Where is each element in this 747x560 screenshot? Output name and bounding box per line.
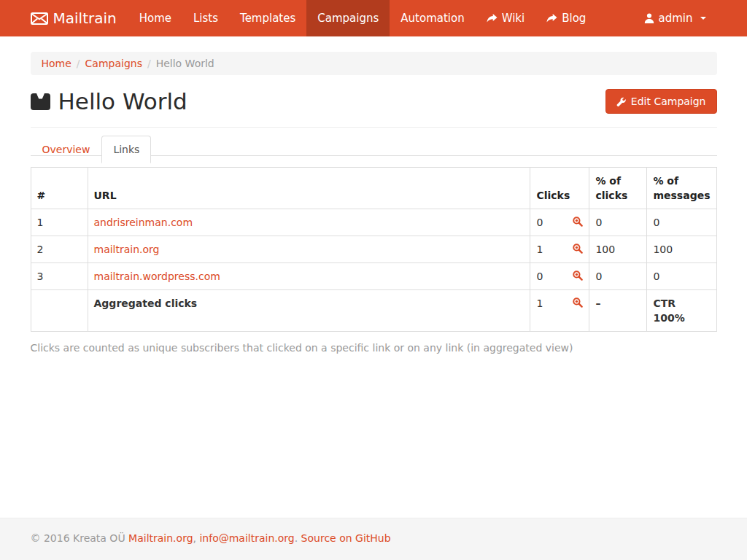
breadcrumb-current: Hello World [156, 58, 214, 69]
aggregated-ctr: CTR 100% [653, 298, 684, 324]
nav-item-home[interactable]: Home [128, 0, 182, 36]
magnifier-icon[interactable] [573, 271, 583, 281]
external-arrow-icon [487, 14, 498, 23]
page-title-text: Hello World [58, 88, 187, 114]
table-row: 3 mailtrain.wordpress.com 0 0 0 [31, 263, 716, 290]
aggregated-label: Aggregated clicks [94, 298, 198, 309]
clicks-value: 1 [536, 244, 543, 255]
user-menu[interactable]: admin [633, 0, 717, 36]
caret-down-icon [700, 17, 706, 20]
nav-item-campaigns[interactable]: Campaigns [306, 0, 390, 36]
footer-separator: . [295, 532, 301, 544]
nav-item-templates[interactable]: Templates [229, 0, 306, 36]
clicks-value: 0 [536, 271, 543, 282]
footer-link-email[interactable]: info@mailtrain.org [199, 532, 294, 544]
nav-item-automation[interactable]: Automation [390, 0, 475, 36]
tab-links[interactable]: Links [101, 136, 151, 163]
url-link[interactable]: mailtrain.wordpress.com [94, 271, 220, 282]
clicks-value: 1 [536, 298, 543, 309]
footer-link-mailtrain[interactable]: Mailtrain.org [128, 532, 193, 544]
brand-label: Mailtrain [53, 9, 117, 27]
header-divider [31, 127, 717, 128]
page-title: Hello World [31, 88, 187, 114]
table-row: 1 andrisreinman.com 0 0 0 [31, 209, 716, 236]
copyright-text: © 2016 Kreata OÜ [31, 532, 125, 544]
col-header-url: URL [88, 168, 530, 209]
page-footer: © 2016 Kreata OÜ Mailtrain.org, info@mai… [0, 518, 747, 560]
nav-item-lists[interactable]: Lists [182, 0, 229, 36]
breadcrumb-separator: / [71, 58, 85, 69]
user-icon [644, 13, 654, 23]
row-num: 3 [31, 263, 88, 290]
user-name: admin [659, 0, 693, 36]
breadcrumb-campaigns[interactable]: Campaigns [85, 58, 142, 69]
col-header-pct-messages: % of messages [647, 168, 716, 209]
nav-item-blog[interactable]: Blog [535, 0, 597, 36]
breadcrumb-home[interactable]: Home [42, 58, 71, 69]
magnifier-icon[interactable] [573, 244, 583, 254]
col-header-num: # [31, 168, 88, 209]
top-navbar: Mailtrain Home Lists Templates Campaigns… [0, 0, 747, 36]
clicks-note: Clicks are counted as unique subscribers… [31, 342, 717, 354]
breadcrumb-separator: / [142, 58, 156, 69]
footer-link-github[interactable]: Source on GitHub [301, 532, 391, 544]
url-link[interactable]: andrisreinman.com [94, 217, 193, 228]
magnifier-icon[interactable] [573, 298, 583, 308]
edit-campaign-button[interactable]: Edit Campaign [605, 89, 717, 114]
url-link[interactable]: mailtrain.org [94, 244, 160, 255]
table-row: 2 mailtrain.org 1 100 100 [31, 236, 716, 263]
table-header-row: # URL Clicks % of clicks % of messages [31, 168, 716, 209]
links-table: # URL Clicks % of clicks % of messages 1… [31, 167, 717, 332]
envelope-icon [31, 12, 48, 25]
pct-messages-value: 0 [647, 209, 716, 236]
col-header-pct-clicks: % of clicks [589, 168, 647, 209]
row-num: 1 [31, 209, 88, 236]
nav-item-wiki[interactable]: Wiki [476, 0, 536, 36]
clicks-value: 0 [536, 217, 543, 228]
pct-clicks-value: 100 [589, 236, 647, 263]
row-num-empty [31, 290, 88, 332]
tab-bar: Overview Links [31, 144, 717, 156]
brand-mailtrain[interactable]: Mailtrain [31, 0, 128, 36]
nav-wiki-label: Wiki [502, 0, 525, 36]
magnifier-icon[interactable] [573, 217, 583, 227]
pct-messages-value: 100 [647, 236, 716, 263]
aggregated-row: Aggregated clicks 1 – CTR 100% [31, 290, 716, 332]
tab-overview[interactable]: Overview [31, 136, 102, 163]
col-header-clicks: Clicks [530, 168, 589, 209]
campaign-inbox-icon [31, 93, 50, 110]
aggregated-pct-clicks: – [595, 298, 600, 309]
pct-clicks-value: 0 [589, 209, 647, 236]
wrench-icon [616, 97, 626, 106]
pct-messages-value: 0 [647, 263, 716, 290]
main-nav: Home Lists Templates Campaigns Automatio… [128, 0, 597, 36]
pct-clicks-value: 0 [589, 263, 647, 290]
external-arrow-icon [546, 14, 557, 23]
nav-blog-label: Blog [562, 0, 586, 36]
edit-campaign-label: Edit Campaign [631, 96, 706, 107]
row-num: 2 [31, 236, 88, 263]
breadcrumb: Home / Campaigns / Hello World [31, 52, 717, 75]
